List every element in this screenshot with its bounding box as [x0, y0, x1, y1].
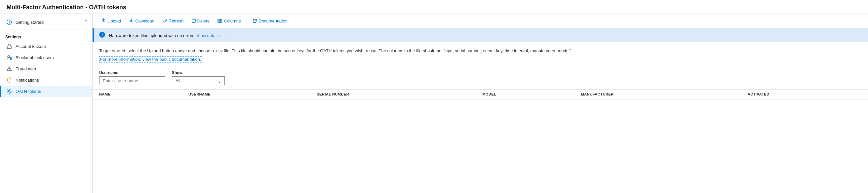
columns-icon	[217, 19, 222, 24]
sidebar-item-oath-tokens-label: OATH tokens	[16, 89, 41, 94]
download-button[interactable]: Download	[126, 17, 158, 26]
sidebar-item-account-lockout-label: Account lockout	[16, 44, 46, 49]
svg-rect-1	[7, 46, 11, 49]
show-filter-label: Show	[172, 70, 225, 75]
filter-row: Username Show All Active Inactive	[93, 68, 868, 89]
delete-icon	[192, 18, 196, 24]
refresh-icon	[162, 18, 167, 24]
svg-point-10	[102, 33, 102, 34]
upload-button[interactable]: Upload	[98, 17, 124, 26]
description-text: To get started, select the Upload button…	[99, 47, 861, 54]
info-banner: Hardware token files uploaded with no er…	[93, 28, 868, 42]
sidebar-item-fraud-alert-label: Fraud alert	[16, 66, 36, 71]
data-table: NAME USERNAME SERIAL NUMBER MODEL MANUFA…	[93, 89, 868, 99]
sidebar-item-fraud-alert[interactable]: Fraud alert	[0, 63, 92, 74]
refresh-button[interactable]: Refresh	[159, 17, 187, 26]
sidebar-settings-section-label: Settings	[0, 31, 92, 41]
show-filter-group: Show All Active Inactive	[172, 70, 225, 85]
description-area: To get started, select the Upload button…	[93, 42, 868, 68]
sidebar-collapse-button[interactable]: «	[83, 17, 90, 23]
svg-rect-6	[218, 19, 219, 23]
svg-rect-8	[221, 19, 222, 23]
svg-point-2	[8, 56, 9, 58]
documentation-link[interactable]: For more information, view the public do…	[99, 56, 202, 62]
app-container: Multi-Factor Authentication - OATH token…	[0, 0, 868, 193]
sidebar-item-notifications-label: Notifications	[16, 78, 39, 83]
delete-button[interactable]: Delete	[188, 17, 213, 26]
sidebar-item-block-unblock-users[interactable]: Block/unblock users	[0, 52, 92, 63]
info-arrow: →	[223, 33, 228, 38]
sidebar-item-getting-started-label: Getting started	[16, 20, 43, 25]
info-icon	[99, 32, 106, 39]
col-model: MODEL	[476, 90, 575, 99]
getting-started-icon	[6, 19, 12, 25]
content-area: Upload Download Refresh	[93, 14, 868, 193]
col-name: NAME	[93, 90, 182, 99]
username-filter-label: Username	[99, 70, 165, 75]
sidebar: « Getting started Settings Account locko…	[0, 14, 93, 193]
sidebar-item-account-lockout[interactable]: Account lockout	[0, 41, 92, 52]
upload-icon	[101, 18, 106, 24]
columns-button[interactable]: Columns	[214, 17, 244, 26]
col-serial-number: SERIAL NUMBER	[310, 90, 476, 99]
username-filter-group: Username	[99, 70, 165, 85]
sidebar-item-block-unblock-label: Block/unblock users	[16, 55, 54, 60]
info-banner-message: Hardware token files uploaded with no er…	[109, 33, 228, 38]
toolbar: Upload Download Refresh	[93, 14, 868, 28]
table-header-row: NAME USERNAME SERIAL NUMBER MODEL MANUFA…	[93, 90, 868, 99]
external-link-icon	[253, 19, 257, 24]
user-block-icon	[6, 55, 12, 61]
col-activated: ACTIVATED	[741, 90, 868, 99]
sidebar-item-getting-started[interactable]: Getting started	[0, 17, 92, 28]
sidebar-item-oath-tokens[interactable]: OATH tokens	[0, 86, 92, 97]
show-select[interactable]: All Active Inactive	[172, 76, 225, 85]
table-header: NAME USERNAME SERIAL NUMBER MODEL MANUFA…	[93, 90, 868, 99]
toolbar-separator	[247, 18, 247, 25]
sidebar-divider	[5, 29, 87, 29]
show-select-wrapper: All Active Inactive	[172, 76, 225, 85]
page-title: Multi-Factor Authentication - OATH token…	[0, 0, 868, 14]
view-details-link[interactable]: View details.	[197, 33, 221, 38]
download-icon	[129, 18, 133, 24]
gear-icon	[6, 88, 12, 94]
svg-rect-7	[219, 19, 220, 23]
svg-point-4	[9, 91, 10, 92]
bell-icon	[6, 77, 12, 83]
main-layout: « Getting started Settings Account locko…	[0, 14, 868, 193]
warning-icon	[6, 66, 12, 72]
col-manufacturer: MANUFACTURER	[575, 90, 741, 99]
sidebar-item-notifications[interactable]: Notifications	[0, 74, 92, 86]
svg-rect-5	[192, 19, 195, 23]
col-username: USERNAME	[182, 90, 310, 99]
lock-icon	[6, 43, 12, 49]
documentation-button[interactable]: Documentation	[250, 17, 290, 26]
username-search-input[interactable]	[99, 76, 165, 85]
